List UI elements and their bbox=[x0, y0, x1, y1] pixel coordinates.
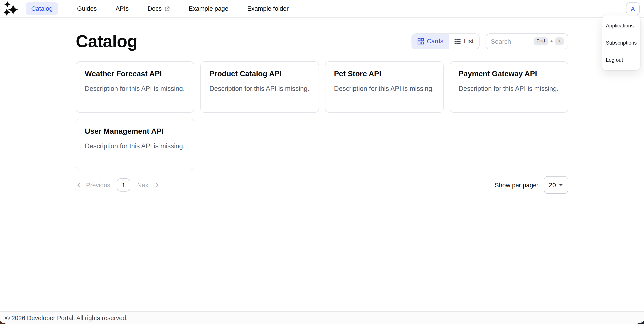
menu-item-applications[interactable]: Applications bbox=[602, 17, 640, 34]
card-title: Product Catalog API bbox=[210, 70, 310, 78]
pagination-next[interactable]: Next bbox=[137, 181, 150, 188]
footer-copyright: © 2026 Developer Portal. All rights rese… bbox=[5, 314, 128, 321]
menu-item-log-out[interactable]: Log out bbox=[602, 52, 640, 69]
catalog-header-row: Catalog Cards bbox=[76, 31, 568, 52]
kbd-k: k bbox=[555, 37, 564, 45]
card-title: User Management API bbox=[85, 127, 186, 136]
catalog-controls: Cards List bbox=[411, 33, 568, 49]
card-title: Weather Forecast API bbox=[85, 70, 186, 78]
per-page-value: 20 bbox=[549, 181, 556, 189]
card-description: Description for this API is missing. bbox=[458, 85, 559, 93]
nav-item-docs[interactable]: Docs bbox=[148, 5, 170, 12]
nav-item-catalog[interactable]: Catalog bbox=[26, 2, 58, 15]
main-content: Catalog Cards bbox=[76, 31, 568, 194]
nav-links: Catalog Guides APIs Docs Example page Ex… bbox=[26, 2, 288, 15]
card-description: Description for this API is missing. bbox=[85, 142, 186, 150]
api-card-pet-store[interactable]: Pet Store API Description for this API i… bbox=[325, 61, 444, 113]
view-toggle: Cards List bbox=[411, 33, 480, 49]
chevron-left-icon[interactable] bbox=[76, 182, 82, 188]
chevron-right-icon[interactable] bbox=[154, 182, 160, 188]
view-toggle-list-label: List bbox=[464, 38, 474, 45]
card-title: Pet Store API bbox=[334, 70, 434, 78]
list-icon bbox=[454, 38, 461, 44]
api-card-payment-gateway[interactable]: Payment Gateway API Description for this… bbox=[450, 61, 568, 113]
menu-item-subscriptions[interactable]: Subscriptions bbox=[602, 34, 640, 52]
external-link-icon bbox=[164, 6, 170, 11]
api-card-product-catalog[interactable]: Product Catalog API Description for this… bbox=[200, 61, 319, 113]
user-dropdown-menu: Applications Subscriptions Log out bbox=[602, 16, 640, 70]
view-toggle-list[interactable]: List bbox=[449, 34, 479, 49]
nav-item-guides[interactable]: Guides bbox=[77, 5, 97, 12]
api-card-user-management[interactable]: User Management API Description for this… bbox=[76, 119, 194, 170]
card-title: Payment Gateway API bbox=[458, 70, 559, 78]
top-navbar: Catalog Guides APIs Docs Example page Ex… bbox=[0, 0, 644, 18]
page-title: Catalog bbox=[76, 32, 138, 51]
per-page-control: Show per page: 20 bbox=[495, 176, 568, 194]
card-description: Description for this API is missing. bbox=[210, 85, 310, 93]
nav-item-example-folder[interactable]: Example folder bbox=[247, 5, 288, 12]
caret-down-icon bbox=[559, 184, 563, 186]
nav-item-example-page[interactable]: Example page bbox=[188, 5, 228, 12]
card-description: Description for this API is missing. bbox=[334, 85, 434, 93]
per-page-label: Show per page: bbox=[495, 181, 538, 188]
kbd-plus-separator: + bbox=[550, 39, 553, 44]
developer-portal-page: Catalog Guides APIs Docs Example page Ex… bbox=[0, 0, 644, 324]
nav-item-apis[interactable]: APIs bbox=[116, 5, 129, 12]
sparkles-logo-icon[interactable] bbox=[2, 1, 18, 17]
pagination: Previous 1 Next bbox=[76, 178, 160, 192]
search-input[interactable] bbox=[490, 37, 532, 45]
nav-item-docs-label: Docs bbox=[148, 5, 162, 12]
pagination-row: Previous 1 Next Show per page: 20 bbox=[76, 176, 568, 194]
per-page-select[interactable]: 20 bbox=[544, 176, 568, 194]
search-box: Cmd + k bbox=[486, 33, 568, 49]
pagination-previous[interactable]: Previous bbox=[86, 181, 110, 188]
kbd-cmd: Cmd bbox=[534, 37, 548, 45]
footer: © 2026 Developer Portal. All rights rese… bbox=[0, 311, 644, 324]
cards-grid-icon bbox=[417, 38, 424, 44]
view-toggle-cards[interactable]: Cards bbox=[412, 34, 449, 49]
api-cards-grid: Weather Forecast API Description for thi… bbox=[76, 61, 568, 170]
view-toggle-cards-label: Cards bbox=[427, 38, 443, 45]
user-avatar-button[interactable]: A bbox=[626, 2, 640, 15]
card-description: Description for this API is missing. bbox=[85, 85, 186, 93]
api-card-weather-forecast[interactable]: Weather Forecast API Description for thi… bbox=[76, 61, 194, 113]
pagination-page-1[interactable]: 1 bbox=[117, 178, 130, 192]
